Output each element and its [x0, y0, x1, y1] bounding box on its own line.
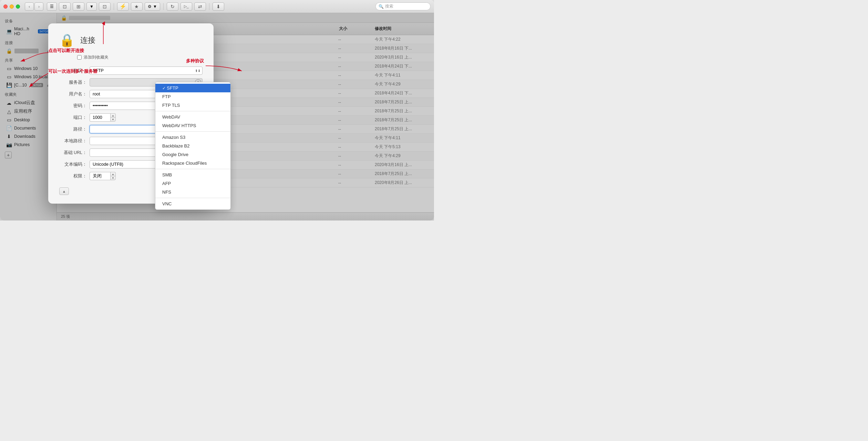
documents-icon: 📄 [6, 125, 12, 131]
port-decrement-button[interactable]: ▼ [110, 117, 116, 122]
add-bookmark-checkbox[interactable] [77, 55, 82, 60]
list-view-button[interactable]: ☰ [47, 2, 57, 11]
sidebar-item-applications[interactable]: △ 应用程序 [1, 107, 55, 116]
file-size: -- [338, 55, 373, 60]
sync-icon: ⇄ [198, 4, 202, 9]
username-label: 用户名： [59, 91, 87, 97]
search-icon: 🔍 [379, 4, 384, 9]
file-date: 今天 下午4:11 [375, 72, 430, 78]
lock-icon: 🔒 [6, 48, 12, 54]
password-label: 密码： [59, 103, 87, 109]
sidebar-item-downloads[interactable]: ⬇ Downloads [1, 132, 55, 141]
protocol-select[interactable]: SFTP FTP FTP TLS WebDAV WebDAV HTTPS [90, 66, 203, 75]
sidebar-item-icloud[interactable]: ☁ iCloud云盘 [1, 99, 55, 107]
protocol-option-sftp[interactable]: SFTP [155, 84, 230, 92]
file-size: -- [338, 154, 373, 158]
sidebar-item-label: iCloud云盘 [14, 100, 35, 106]
file-size: -- [338, 100, 373, 105]
dropdown-separator-2 [155, 131, 230, 132]
flash-button[interactable]: ⚡ [117, 2, 129, 11]
protocol-option-webdav[interactable]: WebDAV [155, 113, 230, 121]
protocol-option-vnc[interactable]: VNC [155, 199, 230, 208]
close-button[interactable] [3, 4, 8, 9]
grid-view-button[interactable]: ⊞ [73, 2, 84, 11]
permissions-input[interactable] [90, 172, 110, 180]
new-browser-button[interactable]: ⊡ [99, 2, 111, 11]
file-size: -- [338, 136, 373, 141]
list-view-icon: ☰ [50, 4, 54, 9]
star-icon: ★ [134, 4, 139, 9]
permissions-stepper: ▲ ▼ [90, 172, 116, 180]
separator-2 [163, 3, 164, 10]
maximize-button[interactable] [16, 4, 20, 9]
dialog-title: 连接 [80, 35, 95, 45]
path-label: 路径： [59, 126, 87, 132]
file-size: -- [338, 163, 373, 167]
column-view-button[interactable]: ⊡ [59, 2, 71, 11]
file-size: -- [338, 73, 373, 78]
permissions-decrement-button[interactable]: ▼ [110, 176, 116, 181]
permissions-increment-button[interactable]: ▲ [110, 172, 116, 176]
connection-label [14, 49, 39, 53]
protocol-dropdown[interactable]: SFTP FTP FTP TLS WebDAV WebDAV HTTPS Ama… [155, 82, 231, 210]
port-input[interactable] [90, 113, 110, 122]
port-stepper: ▲ ▼ [90, 113, 116, 122]
collapse-button[interactable]: ▲ [59, 187, 69, 195]
applications-icon: △ [6, 109, 12, 114]
file-date: 2018年7月25日 上... [375, 99, 430, 105]
sidebar-item-pictures[interactable]: 📷 Pictures [1, 141, 55, 149]
file-date: 今天 下午4:29 [375, 153, 430, 159]
protocol-option-rackspace[interactable]: Rackspace CloudFiles [155, 159, 230, 167]
windows-icon: ▭ [6, 66, 12, 71]
col-size-header[interactable]: 大小 [339, 26, 373, 32]
sidebar-item-label: Windows 10.local. [14, 74, 49, 79]
file-date: 2020年8月26日 上... [375, 180, 430, 186]
sidebar-item-connection[interactable]: 🔒 ⏏ [1, 47, 55, 55]
protocol-option-s3[interactable]: Amazon S3 [155, 133, 230, 142]
disk-icon: 💾 [6, 82, 12, 88]
col-date-header[interactable]: 修改时间 [375, 26, 430, 32]
sidebar-item-windows10[interactable]: ▭ Windows 10 [1, 64, 55, 73]
port-increment-button[interactable]: ▲ [110, 113, 116, 117]
file-size: -- [338, 37, 373, 42]
sidebar-item-desktop[interactable]: ▭ Desktop [1, 116, 55, 124]
protocol-option-ftp[interactable]: FTP [155, 92, 230, 101]
permissions-stepper-buttons: ▲ ▼ [110, 172, 116, 180]
back-button[interactable]: ‹ [25, 2, 34, 11]
terminal-icon: ▷_ [184, 4, 189, 9]
protocol-option-ftptls[interactable]: FTP TLS [155, 101, 230, 110]
forward-button[interactable]: › [34, 2, 43, 11]
settings-button[interactable]: ⚙ ▼ [145, 2, 160, 11]
protocol-option-nfs[interactable]: NFS [155, 188, 230, 196]
settings-arrow-icon: ▼ [153, 4, 157, 9]
bookmarks-button[interactable]: ★ [131, 2, 143, 11]
sidebar-item-macintosh-hd[interactable]: 💻 Maci...h HD 347GB [1, 25, 55, 38]
main-area: 设备 💻 Maci...h HD 347GB 连接 🔒 ⏏ 共享 ▭ Windo… [0, 13, 434, 220]
download-button[interactable]: ⬇ [213, 2, 224, 11]
minimize-button[interactable] [10, 4, 14, 9]
file-size: -- [338, 127, 373, 132]
encoding-label: 文本编码： [59, 162, 87, 167]
file-size: -- [338, 91, 373, 96]
grid-view-icon: ⊞ [76, 4, 81, 9]
sidebar-item-windows10local[interactable]: ▭ Windows 10.local. [1, 73, 55, 81]
protocol-option-smb[interactable]: SMB [155, 171, 230, 179]
port-stepper-buttons: ▲ ▼ [110, 113, 116, 122]
sidebar-item-c10[interactable]: 💾 [C...10 247GB ⏏ [1, 81, 55, 89]
server-label: 服务器： [59, 80, 87, 85]
search-bar[interactable]: 🔍 搜索 [375, 2, 431, 10]
nav-arrows: ‹ › [25, 2, 43, 11]
downloads-icon: ⬇ [6, 134, 12, 139]
sidebar-item-documents[interactable]: 📄 Documents [1, 124, 55, 132]
file-date: 2018年8月16日 下... [375, 45, 430, 51]
terminal-button[interactable]: ▷_ [180, 2, 192, 11]
add-sidebar-item-button[interactable]: + [5, 152, 12, 158]
protocol-option-gdrive[interactable]: Google Drive [155, 150, 230, 159]
refresh-button[interactable]: ↻ [167, 2, 178, 11]
sync-button[interactable]: ⇄ [194, 2, 206, 11]
file-date: 2018年7月25日 上... [375, 108, 430, 114]
view-options-button[interactable]: ▼ [86, 2, 97, 11]
protocol-option-afp[interactable]: AFP [155, 179, 230, 188]
protocol-option-b2[interactable]: Backblaze B2 [155, 142, 230, 150]
protocol-option-webdavhttps[interactable]: WebDAV HTTPS [155, 121, 230, 130]
